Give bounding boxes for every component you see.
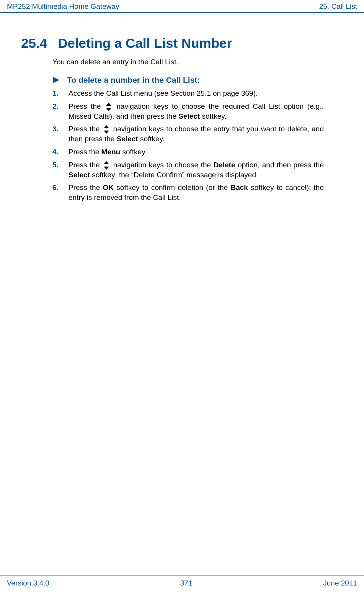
svg-marker-0 (53, 77, 59, 83)
step-body: Access the Call List menu (see Section 2… (69, 88, 324, 98)
step-3: 3. Press the navigation keys to choose t… (52, 124, 324, 144)
nav-up-down-icon (103, 125, 110, 134)
header-right: 25. Call List (319, 2, 357, 11)
footer-page-number: 371 (180, 579, 193, 587)
step-1: 1. Access the Call List menu (see Sectio… (52, 88, 324, 98)
section-heading: 25.4 Deleting a Call List Number (21, 36, 345, 51)
step-2: 2. Press the navigation keys to choose t… (52, 101, 324, 121)
step-body: Press the navigation keys to choose the … (69, 101, 324, 121)
svg-marker-4 (104, 131, 109, 134)
header-left: MP252 Multimedia Home Gateway (7, 2, 119, 11)
nav-up-down-icon (103, 161, 110, 170)
step-body: Press the OK softkey to confirm deletion… (69, 183, 324, 202)
section-title: Deleting a Call List Number (58, 36, 232, 51)
intro-text: You can delete an entry in the Call List… (52, 58, 345, 66)
step-number: 1. (52, 88, 69, 98)
step-number: 4. (52, 147, 69, 157)
section-number: 25.4 (21, 36, 47, 51)
footer-date: June 2011 (323, 579, 357, 587)
page-content: 25.4 Deleting a Call List Number You can… (0, 13, 364, 202)
step-body: Press the Menu softkey. (69, 147, 324, 157)
step-body: Press the navigation keys to choose the … (69, 160, 324, 180)
procedure-heading: To delete a number in the Call List: (52, 75, 345, 85)
page-footer: Version 3.4.0 371 June 2011 (0, 576, 364, 587)
svg-marker-2 (106, 108, 111, 111)
step-number: 3. (52, 124, 69, 134)
procedure-arrow-icon (52, 76, 60, 84)
steps-list: 1. Access the Call List menu (see Sectio… (52, 88, 324, 202)
step-4: 4. Press the Menu softkey. (52, 147, 324, 157)
procedure-heading-text: To delete a number in the Call List: (67, 75, 200, 85)
step-body: Press the navigation keys to choose the … (69, 124, 324, 144)
step-number: 6. (52, 183, 69, 193)
svg-marker-1 (106, 103, 111, 106)
svg-marker-6 (104, 167, 109, 170)
step-number: 2. (52, 101, 69, 111)
svg-marker-3 (104, 125, 109, 128)
step-6: 6. Press the OK softkey to confirm delet… (52, 183, 324, 202)
step-5: 5. Press the navigation keys to choose t… (52, 160, 324, 180)
step-number: 5. (52, 160, 69, 170)
footer-version: Version 3.4.0 (7, 579, 49, 587)
nav-up-down-icon (105, 102, 112, 111)
page-header: MP252 Multimedia Home Gateway 25. Call L… (0, 0, 364, 13)
svg-marker-5 (104, 161, 109, 164)
